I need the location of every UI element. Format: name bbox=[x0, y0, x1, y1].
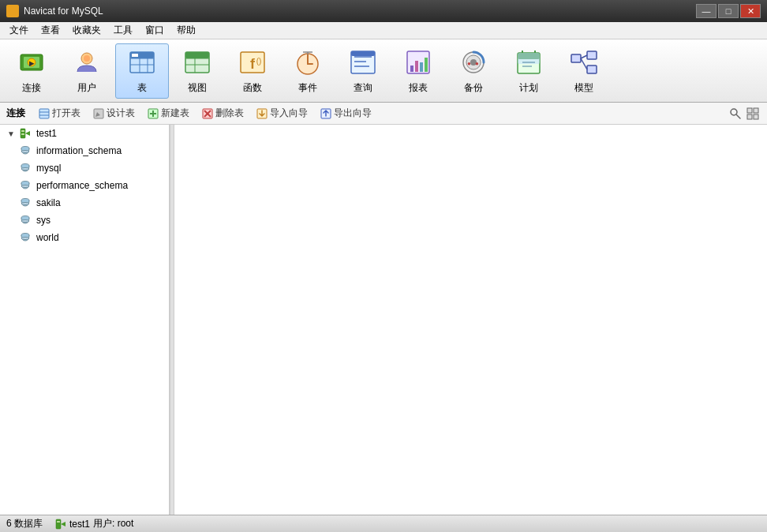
menu-view[interactable]: 查看 bbox=[35, 22, 66, 39]
toolbar-view-button[interactable]: 视图 bbox=[170, 43, 224, 99]
new-table-button[interactable]: 新建表 bbox=[142, 104, 195, 122]
db-name-world: world bbox=[36, 232, 59, 243]
svg-rect-76 bbox=[21, 130, 24, 132]
status-connection-icon bbox=[55, 519, 66, 530]
maximize-button[interactable]: □ bbox=[718, 4, 739, 18]
svg-rect-2 bbox=[8, 12, 12, 16]
db-icon-world bbox=[19, 231, 32, 244]
schedule-label: 计划 bbox=[519, 81, 538, 95]
menu-window[interactable]: 窗口 bbox=[139, 22, 170, 39]
tree-expand-arrow: ▼ bbox=[6, 129, 16, 138]
statusbar: 6 数据库 test1 用户: root bbox=[0, 515, 767, 532]
svg-line-70 bbox=[737, 114, 741, 118]
app-icon bbox=[6, 5, 19, 17]
minimize-button[interactable]: — bbox=[696, 4, 716, 18]
svg-point-83 bbox=[21, 185, 29, 188]
connection-icon bbox=[19, 127, 32, 140]
menu-tools[interactable]: 工具 bbox=[107, 22, 139, 39]
toolbar: ▶ 连接 用户 表 bbox=[0, 39, 767, 103]
user-icon bbox=[71, 47, 103, 78]
db-icon-performance_schema bbox=[19, 179, 32, 192]
svg-line-55 bbox=[581, 55, 587, 58]
toolbar-report-button[interactable]: 报表 bbox=[391, 43, 445, 99]
svg-point-81 bbox=[21, 168, 29, 170]
open-table-icon bbox=[39, 108, 50, 119]
db-name-sakila: sakila bbox=[36, 197, 61, 208]
query-icon bbox=[347, 47, 379, 78]
toolbar-model-button[interactable]: 模型 bbox=[557, 43, 611, 99]
action-toolbar: 连接 打开表 设计表 新建表 删除表 bbox=[0, 103, 767, 125]
export-wizard-button[interactable]: 导出向导 bbox=[315, 104, 377, 122]
svg-rect-36 bbox=[410, 66, 413, 72]
design-table-icon bbox=[93, 108, 104, 119]
titlebar-left: Navicat for MySQL bbox=[6, 5, 103, 17]
svg-rect-72 bbox=[754, 108, 758, 113]
tree-connection-test1[interactable]: ▼ test1 bbox=[0, 125, 169, 142]
grid-icon bbox=[746, 107, 759, 120]
delete-table-label: 删除表 bbox=[215, 107, 244, 120]
toolbar-query-button[interactable]: 查询 bbox=[336, 43, 390, 99]
menu-file[interactable]: 文件 bbox=[3, 22, 35, 39]
db-name-mysql: mysql bbox=[36, 163, 61, 174]
svg-point-69 bbox=[731, 109, 737, 115]
query-label: 查询 bbox=[354, 81, 372, 95]
import-wizard-button[interactable]: 导入向导 bbox=[251, 104, 313, 122]
connect-label: 连接 bbox=[22, 81, 41, 95]
status-db-count: 6 数据库 bbox=[6, 517, 43, 530]
grid-view-button[interactable] bbox=[745, 106, 761, 122]
svg-text:●: ● bbox=[467, 60, 471, 67]
svg-rect-38 bbox=[420, 62, 423, 72]
toolbar-func-button[interactable]: f () 函数 bbox=[226, 43, 279, 99]
report-icon bbox=[402, 47, 434, 78]
delete-table-button[interactable]: 删除表 bbox=[196, 104, 249, 122]
main-content: ▼ test1 information_schema bbox=[0, 125, 767, 515]
status-connection-name: test1 bbox=[69, 519, 90, 530]
toolbar-user-button[interactable]: 用户 bbox=[60, 43, 114, 99]
menu-favorites[interactable]: 收藏夹 bbox=[66, 22, 107, 39]
toolbar-schedule-button[interactable]: 计划 bbox=[502, 43, 556, 99]
toolbar-backup-button[interactable]: ● ● 备份 bbox=[447, 43, 500, 99]
model-icon bbox=[568, 47, 600, 78]
tree-db-performance_schema[interactable]: performance_schema bbox=[0, 177, 169, 194]
svg-rect-37 bbox=[415, 61, 418, 72]
svg-rect-74 bbox=[754, 114, 758, 119]
status-user: 用户: root bbox=[93, 517, 133, 530]
svg-rect-73 bbox=[747, 114, 752, 119]
tree-db-mysql[interactable]: mysql bbox=[0, 159, 169, 177]
tree-db-sakila[interactable]: sakila bbox=[0, 194, 169, 212]
svg-rect-3 bbox=[13, 12, 17, 16]
svg-text:●: ● bbox=[475, 60, 479, 67]
svg-rect-34 bbox=[351, 51, 375, 56]
report-label: 报表 bbox=[409, 81, 428, 95]
svg-rect-53 bbox=[587, 51, 597, 59]
delete-table-icon bbox=[202, 108, 213, 119]
connect-icon: ▶ bbox=[16, 47, 47, 78]
design-table-button[interactable]: 设计表 bbox=[88, 104, 140, 122]
tree-db-world[interactable]: world bbox=[0, 229, 169, 246]
menu-help[interactable]: 帮助 bbox=[170, 22, 202, 39]
titlebar: Navicat for MySQL — □ ✕ bbox=[0, 0, 767, 22]
import-wizard-label: 导入向导 bbox=[270, 107, 308, 120]
svg-rect-16 bbox=[132, 54, 138, 57]
export-wizard-icon bbox=[320, 108, 331, 119]
main-area bbox=[174, 125, 767, 515]
sidebar: ▼ test1 information_schema bbox=[0, 125, 170, 515]
db-name-sys: sys bbox=[36, 215, 51, 226]
toolbar-table-button[interactable]: 表 bbox=[115, 43, 169, 99]
db-icon-information_schema bbox=[19, 144, 32, 157]
close-button[interactable]: ✕ bbox=[740, 4, 761, 18]
tree-db-information_schema[interactable]: information_schema bbox=[0, 142, 169, 159]
open-table-label: 打开表 bbox=[52, 107, 80, 120]
svg-rect-71 bbox=[747, 108, 752, 113]
svg-line-56 bbox=[581, 58, 587, 69]
toolbar-connect-button[interactable]: ▶ 连接 bbox=[5, 43, 58, 99]
toolbar-event-button[interactable]: 事件 bbox=[281, 43, 335, 99]
view-icon bbox=[181, 47, 213, 78]
tree-db-sys[interactable]: sys bbox=[0, 212, 169, 229]
db-icon-mysql bbox=[19, 162, 32, 174]
menubar: 文件 查看 收藏夹 工具 窗口 帮助 bbox=[0, 22, 767, 39]
svg-rect-0 bbox=[8, 6, 12, 10]
svg-rect-77 bbox=[21, 133, 24, 135]
search-button[interactable] bbox=[728, 106, 743, 122]
open-table-button[interactable]: 打开表 bbox=[33, 104, 86, 122]
